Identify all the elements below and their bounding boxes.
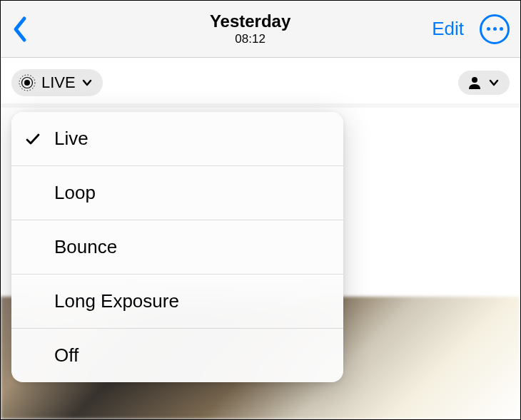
menu-item-live[interactable]: Live — [11, 112, 343, 166]
menu-item-label: Long Exposure — [54, 290, 179, 312]
header-actions: Edit — [432, 14, 510, 44]
menu-item-loop[interactable]: Loop — [11, 166, 343, 220]
menu-item-off[interactable]: Off — [11, 329, 343, 382]
menu-item-label: Off — [54, 344, 79, 367]
more-button[interactable] — [480, 14, 510, 44]
svg-point-0 — [24, 80, 30, 86]
people-tag-button[interactable] — [458, 71, 510, 95]
pills-row: LIVE — [1, 58, 520, 103]
header-title-block: Yesterday 08:12 — [69, 11, 432, 46]
live-photo-toggle[interactable]: LIVE — [11, 69, 103, 96]
ellipsis-icon — [487, 27, 490, 31]
menu-item-label: Loop — [54, 182, 96, 204]
photo-time: 08:12 — [235, 32, 265, 46]
photo-date: Yesterday — [210, 11, 290, 31]
menu-item-bounce[interactable]: Bounce — [11, 220, 343, 275]
edit-button[interactable]: Edit — [432, 18, 464, 40]
chevron-down-icon — [488, 77, 500, 88]
menu-item-label: Live — [54, 128, 88, 150]
back-button[interactable] — [11, 16, 40, 43]
live-photo-menu: Live Loop Bounce Long Exposure Off — [11, 112, 343, 382]
person-icon — [467, 75, 482, 91]
menu-item-long-exposure[interactable]: Long Exposure — [11, 275, 343, 329]
header-bar: Yesterday 08:12 Edit — [1, 1, 520, 58]
checkmark-icon — [24, 131, 41, 147]
svg-point-3 — [472, 77, 477, 83]
live-photo-icon — [19, 74, 36, 91]
chevron-down-icon — [81, 77, 93, 88]
menu-item-label: Bounce — [54, 236, 117, 258]
live-pill-label: LIVE — [41, 73, 76, 92]
chevron-left-icon — [11, 16, 27, 43]
